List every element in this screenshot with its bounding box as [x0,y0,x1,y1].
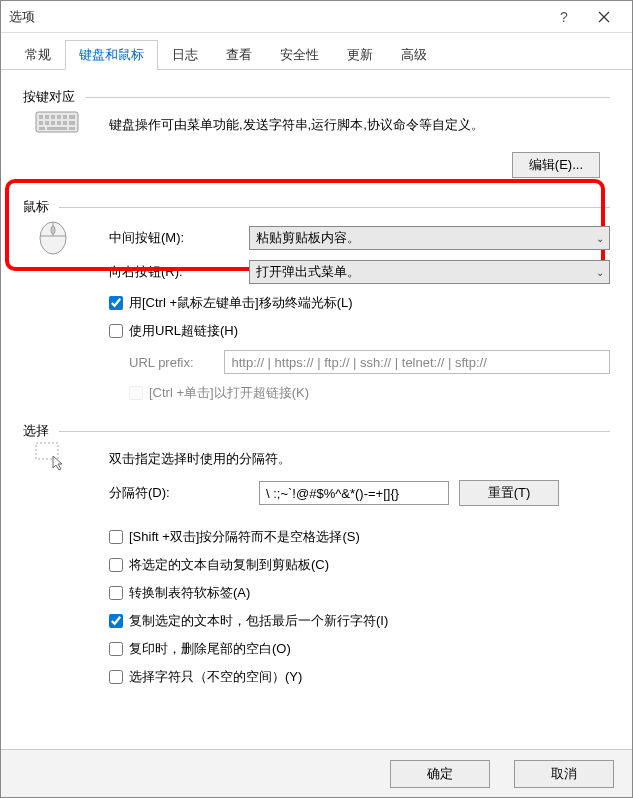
tab-keyboard-mouse[interactable]: 键盘和鼠标 [65,40,158,70]
select-chars-checkbox[interactable] [109,670,123,684]
right-button-label: 向右按钮(R): [109,263,249,281]
tab-bar: 常规 键盘和鼠标 日志 查看 安全性 更新 高级 [1,33,632,70]
reset-button[interactable]: 重置(T) [459,480,559,506]
copy-newline-checkbox[interactable] [109,614,123,628]
middle-button-label: 中间按钮(M): [109,229,249,247]
copy-newline-label: 复制选定的文本时，包括最后一个新行字符(I) [129,612,388,630]
svg-rect-15 [69,127,75,130]
auto-copy-label: 将选定的文本自动复制到剪贴板(C) [129,556,329,574]
edit-button[interactable]: 编辑(E)... [512,152,600,178]
svg-rect-9 [51,121,55,125]
section-mouse: 鼠标 中间按钮(M): 粘贴剪贴板内容。 ⌄ [23,198,610,402]
divider [59,431,610,432]
svg-rect-13 [39,127,45,130]
tab-security[interactable]: 安全性 [266,40,333,70]
mouse-icon [33,216,79,256]
tab-log[interactable]: 日志 [158,40,212,70]
url-prefix-label: URL prefix: [129,355,224,370]
ctrl-click-cursor-label: 用[Ctrl +鼠标左键单击]移动终端光标(L) [129,294,353,312]
tab-view[interactable]: 查看 [212,40,266,70]
right-button-select[interactable]: 打开弹出式菜单。 [249,260,610,284]
convert-tab-checkbox[interactable] [109,586,123,600]
svg-rect-1 [39,115,43,119]
url-prefix-input[interactable] [224,350,610,374]
tab-general[interactable]: 常规 [11,40,65,70]
keyboard-icon [35,106,81,146]
close-button[interactable] [584,2,624,32]
cancel-button[interactable]: 取消 [514,760,614,788]
divider [59,207,610,208]
select-chars-label: 选择字符只（不空的空间）(Y) [129,668,302,686]
section-keypress: 按键对应 键盘操作可由菜单功能,发送字符串,运行脚本,协议命令等自定义。 编辑(… [23,88,610,178]
dialog-footer: 确定 取消 [1,749,632,797]
tab-update[interactable]: 更新 [333,40,387,70]
svg-rect-11 [63,121,67,125]
titlebar: 选项 ? [1,1,632,33]
ctrl-click-link-checkbox [129,386,143,400]
svg-rect-10 [57,121,61,125]
selection-icon [35,442,81,482]
svg-rect-18 [36,443,58,459]
url-hyperlink-checkbox[interactable] [109,324,123,338]
trim-trailing-checkbox[interactable] [109,642,123,656]
delimiter-label: 分隔符(D): [109,484,249,502]
svg-rect-8 [45,121,49,125]
middle-button-select[interactable]: 粘贴剪贴板内容。 [249,226,610,250]
svg-rect-4 [57,115,61,119]
url-hyperlink-label: 使用URL超链接(H) [129,322,238,340]
section-title-selection: 选择 [23,422,49,440]
svg-rect-6 [69,115,75,119]
help-button[interactable]: ? [544,2,584,32]
section-title-mouse: 鼠标 [23,198,49,216]
svg-rect-3 [51,115,55,119]
options-dialog: 选项 ? 常规 键盘和鼠标 日志 查看 安全性 更新 高级 按键对应 [0,0,633,798]
shift-dblclick-label: [Shift +双击]按分隔符而不是空格选择(S) [129,528,360,546]
delimiter-input[interactable] [259,481,449,505]
selection-description: 双击指定选择时使用的分隔符。 [109,450,610,468]
svg-rect-5 [63,115,67,119]
keypress-description: 键盘操作可由菜单功能,发送字符串,运行脚本,协议命令等自定义。 [109,116,610,134]
convert-tab-label: 转换制表符软标签(A) [129,584,250,602]
ok-button[interactable]: 确定 [390,760,490,788]
svg-rect-7 [39,121,43,125]
shift-dblclick-checkbox[interactable] [109,530,123,544]
section-title-keypress: 按键对应 [23,88,75,106]
auto-copy-checkbox[interactable] [109,558,123,572]
tab-advanced[interactable]: 高级 [387,40,441,70]
svg-point-17 [51,226,55,234]
content-area: 按键对应 键盘操作可由菜单功能,发送字符串,运行脚本,协议命令等自定义。 编辑(… [1,70,632,749]
ctrl-click-link-label: [Ctrl +单击]以打开超链接(K) [149,384,309,402]
trim-trailing-label: 复印时，删除尾部的空白(O) [129,640,291,658]
svg-rect-14 [47,127,67,130]
window-title: 选项 [9,8,544,26]
divider [85,97,610,98]
ctrl-click-cursor-checkbox[interactable] [109,296,123,310]
close-icon [598,11,610,23]
svg-rect-2 [45,115,49,119]
svg-rect-12 [69,121,75,125]
section-selection: 选择 双击指定选择时使用的分隔符。 分隔符(D): 重置(T) [23,422,610,686]
